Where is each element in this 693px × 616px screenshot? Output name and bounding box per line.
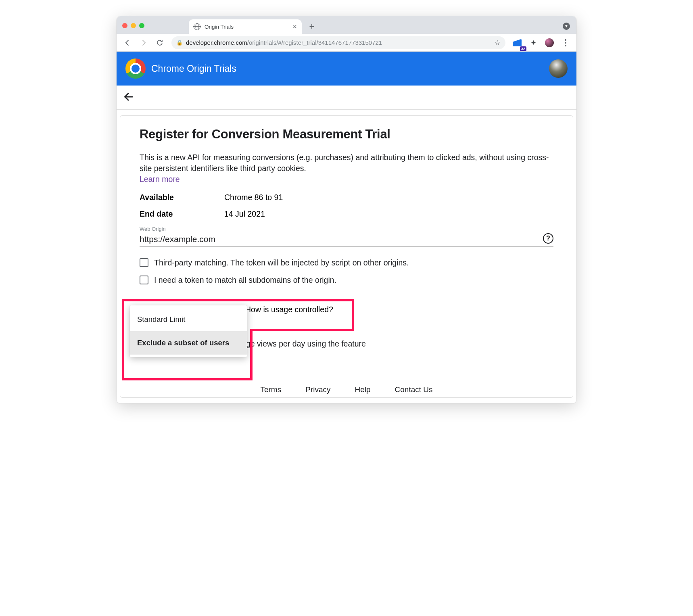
third-party-label: Third-party matching. The token will be … [154, 258, 409, 267]
nav-back-button[interactable] [121, 36, 134, 50]
third-party-checkbox-row: Third-party matching. The token will be … [140, 258, 553, 267]
description-text: This is a new API for measuring conversi… [140, 152, 553, 174]
tab-title: Origin Trials [205, 24, 234, 30]
profile-avatar[interactable] [543, 36, 556, 50]
page-title: Register for Conversion Measurement Tria… [140, 127, 553, 142]
registration-card: Register for Conversion Measurement Tria… [120, 115, 573, 398]
extensions-menu-icon[interactable]: ✦ [526, 36, 540, 50]
subdomain-label: I need a token to match all subdomains o… [154, 276, 336, 285]
browser-toolbar: 🔒 developer.chrome.com/origintrials/#/re… [117, 34, 576, 52]
third-party-checkbox[interactable] [140, 258, 148, 267]
usage-limit-text: Page views per day using the feature [236, 339, 553, 349]
tab-strip: Origin Trials × + ▼ [117, 16, 576, 34]
dropdown-option-standard[interactable]: Standard Limit [130, 308, 247, 331]
footer-contact[interactable]: Contact Us [395, 385, 433, 394]
web-origin-field: Web Origin ? [140, 226, 553, 247]
maximize-window-button[interactable] [139, 23, 144, 28]
page-back-button[interactable] [123, 91, 134, 104]
close-tab-icon[interactable]: × [292, 23, 297, 30]
browser-tab[interactable]: Origin Trials × [189, 19, 302, 34]
tab-list-button[interactable]: ▼ [563, 23, 570, 30]
sub-toolbar [117, 86, 576, 110]
minimize-window-button[interactable] [131, 23, 136, 28]
window-controls [122, 23, 144, 28]
user-avatar[interactable] [549, 59, 568, 78]
available-label: Available [140, 193, 224, 202]
subdomain-checkbox-row: I need a token to match all subdomains o… [140, 276, 553, 285]
footer-links: Terms Privacy Help Contact Us [120, 385, 573, 394]
dropdown-option-exclude[interactable]: Exclude a subset of users [130, 331, 247, 355]
available-value: Chrome 86 to 91 [224, 193, 283, 202]
app-title: Chrome Origin Trials [151, 63, 236, 74]
nav-forward-button[interactable] [137, 36, 150, 50]
end-date-row: End date 14 Jul 2021 [140, 209, 553, 219]
lock-icon: 🔒 [176, 40, 183, 46]
web-origin-input[interactable] [140, 233, 553, 247]
close-window-button[interactable] [122, 23, 127, 28]
footer-privacy[interactable]: Privacy [305, 385, 330, 394]
app-header: Chrome Origin Trials [117, 52, 576, 86]
browser-menu-button[interactable] [559, 36, 572, 50]
extension-icon[interactable]: 32 [510, 36, 524, 50]
extension-badge: 32 [520, 46, 526, 51]
content-area: Register for Conversion Measurement Tria… [117, 110, 576, 403]
learn-more-link[interactable]: Learn more [140, 175, 180, 184]
url-text: developer.chrome.com/origintrials/#/regi… [186, 39, 382, 46]
globe-icon [194, 23, 200, 30]
help-icon[interactable]: ? [543, 233, 553, 244]
usage-question-link[interactable]: How is usage controlled? [245, 305, 553, 314]
end-date-label: End date [140, 209, 224, 219]
end-date-value: 14 Jul 2021 [224, 209, 265, 219]
web-origin-label: Web Origin [140, 226, 553, 232]
address-bar[interactable]: 🔒 developer.chrome.com/origintrials/#/re… [171, 36, 505, 49]
subdomain-checkbox[interactable] [140, 276, 148, 284]
usage-restriction-dropdown: Standard Limit Exclude a subset of users [130, 305, 247, 357]
annotation-highlight [250, 329, 354, 331]
reload-button[interactable] [153, 36, 167, 50]
chrome-logo-icon [125, 58, 146, 79]
browser-window: Origin Trials × + ▼ 🔒 developer.chrome.c… [117, 16, 576, 403]
bookmark-star-icon[interactable]: ☆ [494, 38, 501, 47]
footer-help[interactable]: Help [355, 385, 370, 394]
available-row: Available Chrome 86 to 91 [140, 193, 553, 202]
new-tab-button[interactable]: + [306, 21, 318, 33]
footer-terms[interactable]: Terms [260, 385, 281, 394]
